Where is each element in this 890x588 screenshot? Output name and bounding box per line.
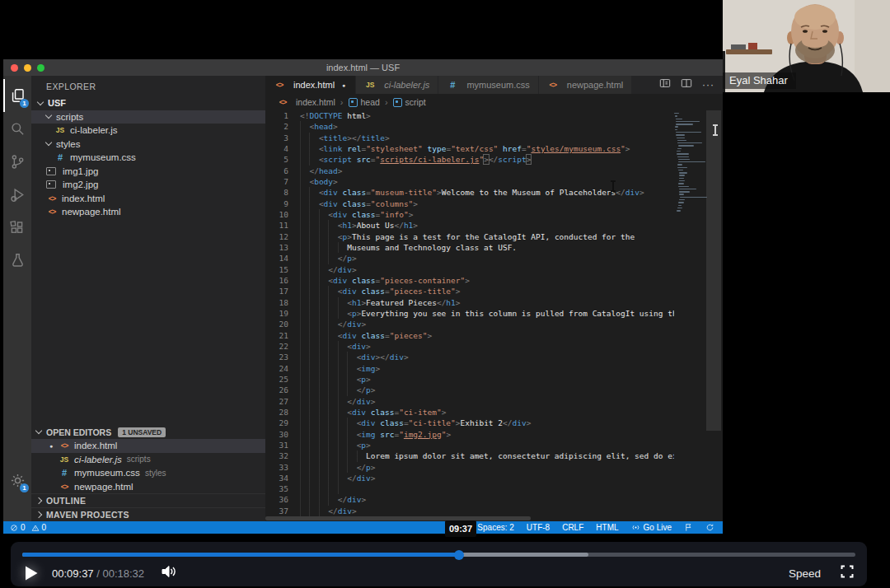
source-control-icon[interactable] (3, 145, 31, 178)
run-debug-icon[interactable] (3, 178, 31, 211)
breadcrumb-item-script[interactable]: script (393, 97, 426, 107)
tree-item-newpage-html[interactable]: <>newpage.html (31, 205, 265, 219)
participant-name-label: Eyal Shahar (723, 72, 796, 89)
minimize-window-button[interactable] (24, 64, 31, 72)
unsaved-dot-icon: ● (340, 82, 347, 88)
search-icon[interactable] (3, 112, 31, 145)
close-window-button[interactable] (11, 64, 18, 72)
code-line-24: 24<img> (265, 363, 674, 374)
line-number: 33 (265, 462, 300, 473)
line-number: 2 (265, 121, 300, 132)
sidebar-bottom-sections: OPEN EDITORS 1 UNSAVED ●<>index.htmlJSci… (31, 426, 265, 522)
seek-bar[interactable] (22, 553, 855, 557)
code-line-19: 19<p>Everything you see in this column i… (265, 308, 674, 319)
settings-icon[interactable]: 1 (3, 464, 31, 497)
open-editor-index-html[interactable]: ●<>index.html (31, 439, 265, 453)
maximize-window-button[interactable] (37, 64, 44, 72)
speed-button[interactable]: Speed (789, 567, 821, 580)
video-frame: { "webcam": { "name_label": "Eyal Shahar… (0, 0, 890, 588)
chevron-down-icon (45, 139, 52, 146)
breadcrumb-separator: › (340, 97, 344, 107)
open-editor-newpage-html[interactable]: <>newpage.html (31, 480, 265, 494)
code-line-10: 10<div class="info"> (265, 209, 674, 220)
status-spaces-2[interactable]: Spaces: 2 (477, 523, 513, 532)
status-flag-icon[interactable] (684, 523, 693, 532)
line-number: 14 (265, 253, 300, 264)
more-actions-icon[interactable]: ··· (702, 79, 714, 91)
line-number: 37 (265, 506, 300, 516)
volume-button[interactable] (161, 564, 177, 582)
tab-ci-labeler-js[interactable]: JSci-labeler.js (356, 76, 438, 94)
js-file-icon: JS (54, 126, 66, 134)
tree-item-img2-jpg[interactable]: img2.jpg (31, 178, 265, 192)
tree-root-usf[interactable]: USF (31, 96, 265, 110)
play-button[interactable] (24, 565, 39, 581)
fullscreen-button[interactable] (841, 565, 854, 581)
tree-item-scripts[interactable]: scripts (31, 110, 265, 124)
open-editors-header[interactable]: OPEN EDITORS 1 UNSAVED (31, 426, 265, 440)
breadcrumb-item-index-html[interactable]: <>index.html (277, 97, 335, 107)
line-number: 22 (265, 341, 300, 352)
tab-index-html[interactable]: <>index.html● (265, 76, 356, 94)
section-maven-projects[interactable]: MAVEN PROJECTS (31, 507, 265, 521)
code-line-37: 37</div> (265, 506, 674, 516)
html-file-icon: <> (46, 194, 58, 203)
line-number: 23 (265, 352, 300, 362)
status-utf-8[interactable]: UTF-8 (527, 523, 550, 532)
code-line-29: 29<div class="ci-title">Exhibit 2</div> (265, 418, 674, 428)
tree-item-img1-jpg[interactable]: img1.jpg (31, 165, 265, 179)
status-html[interactable]: HTML (596, 523, 618, 532)
window-titlebar[interactable]: index.html — USF (3, 59, 723, 76)
breadcrumb-item-head[interactable]: head (349, 97, 380, 107)
error-icon (10, 524, 18, 532)
horizontal-scrollbar[interactable] (265, 516, 531, 520)
section-outline[interactable]: OUTLINE (31, 493, 265, 507)
code-line-21: 21<div class="pieces"> (265, 330, 674, 341)
code-line-22: 22<div> (265, 341, 674, 352)
tree-item-ci-labeler-js[interactable]: JSci-labeler.js (31, 124, 265, 138)
code-line-36: 36</div> (265, 494, 674, 505)
tree-item-mymuseum-css[interactable]: #mymuseum.css (31, 151, 265, 165)
activity-bar: 11 (3, 76, 31, 521)
line-number: 31 (265, 440, 300, 450)
code-line-18: 18<h1>Featured Pieces</h1> (265, 297, 674, 308)
code-line-33: 33</p> (265, 462, 674, 473)
code-line-17: 17<div class="pieces-title"> (265, 286, 674, 296)
chevron-right-icon (35, 511, 42, 518)
line-number: 32 (265, 450, 300, 461)
status-sync-icon[interactable] (705, 523, 714, 532)
line-number: 7 (265, 176, 300, 187)
code-editor[interactable]: 1<!DOCTYPE html>2<head>3<title></title>4… (265, 110, 723, 521)
minimap[interactable] (674, 110, 705, 521)
open-changes-icon[interactable] (659, 77, 671, 92)
code-line-31: 31<p> (265, 440, 674, 450)
file-tree: scriptsJSci-labeler.jsstyles#mymuseum.cs… (31, 110, 265, 219)
tab-newpage-html[interactable]: <>newpage.html (539, 76, 633, 94)
tree-item-styles[interactable]: styles (31, 138, 265, 152)
extensions-icon[interactable] (3, 211, 31, 244)
problems-indicator[interactable]: 0 0 (3, 523, 46, 532)
seek-thumb[interactable] (454, 550, 464, 560)
line-number: 1 (265, 110, 300, 121)
code-line-3: 3<title></title> (265, 133, 674, 143)
line-number: 13 (265, 242, 300, 253)
status-go-live[interactable]: Go Live (631, 523, 672, 532)
explorer-sidebar: EXPLORER USF scriptsJSci-labeler.jsstyle… (31, 76, 265, 521)
vertical-scrollbar[interactable] (705, 110, 723, 521)
line-number: 15 (265, 264, 300, 275)
split-editor-icon[interactable] (681, 77, 692, 92)
tab-mymuseum-css[interactable]: #mymuseum.css (438, 76, 538, 94)
status-crlf[interactable]: CRLF (562, 523, 583, 532)
line-number: 5 (265, 154, 300, 165)
code-line-5: 5<script src="scripts/ci-labeler.js"></s… (265, 154, 674, 165)
traffic-lights (11, 64, 44, 72)
open-editor-ci-labeler-js[interactable]: JSci-labeler.jsscripts (31, 453, 265, 467)
testing-icon[interactable] (3, 244, 31, 277)
open-editor-mymuseum-css[interactable]: #mymuseum.cssstyles (31, 466, 265, 480)
line-number: 9 (265, 198, 300, 209)
line-number: 18 (265, 297, 300, 308)
tree-item-index-html[interactable]: <>index.html (31, 192, 265, 206)
tab-actions: ··· (651, 76, 723, 94)
explorer-icon[interactable]: 1 (3, 79, 31, 112)
html-file-icon: <> (59, 483, 70, 491)
